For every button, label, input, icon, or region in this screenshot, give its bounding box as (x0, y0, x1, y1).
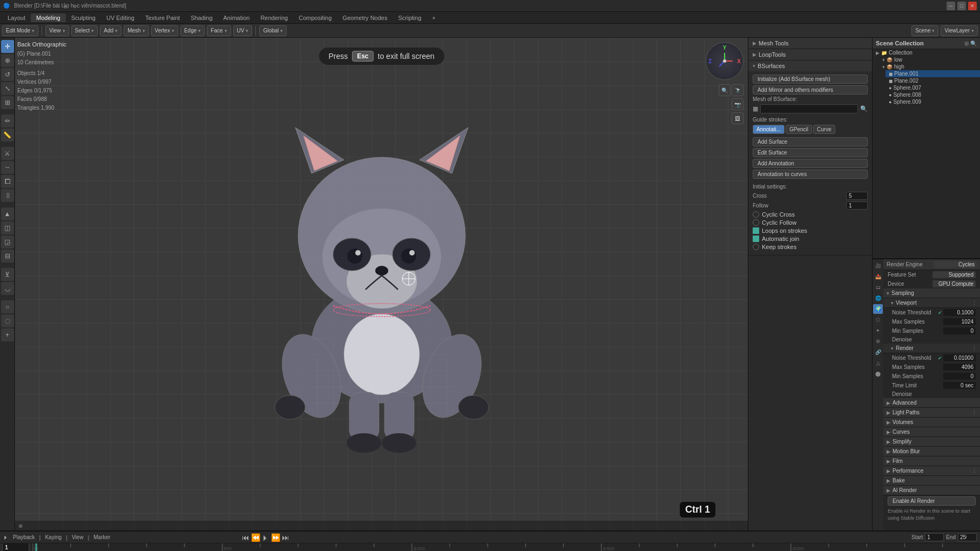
current-frame-input[interactable] (2, 543, 29, 551)
ai-render-header[interactable]: ▶ AI Render (883, 486, 980, 495)
prop-icon-particles[interactable]: ✦ (873, 326, 883, 335)
mesh-tools-header[interactable]: ▶ Mesh Tools (748, 38, 872, 49)
light-paths-header[interactable]: ▶ Light Paths ⋮ (883, 408, 980, 418)
tab-rendering[interactable]: Rendering (255, 14, 293, 22)
viewport-sampling-header[interactable]: ▾ Viewport ⋮ (883, 298, 980, 308)
init-btn[interactable]: Initialize (Add BSurface mesh) (753, 75, 868, 84)
outliner-scene-collection[interactable]: ▶ 📁 Collection (873, 49, 980, 56)
scale-tool[interactable]: ⤡ (1, 82, 14, 95)
tab-compositing[interactable]: Compositing (293, 14, 337, 22)
prop-icon-constraints[interactable]: 🔗 (873, 347, 883, 357)
keying-label[interactable]: Kaying (45, 534, 62, 540)
bridge-edge-loops[interactable]: ⊟ (1, 250, 14, 263)
tab-texture-paint[interactable]: Texture Paint (140, 14, 185, 22)
mesh-menu[interactable]: Mesh ▾ (124, 25, 148, 36)
edit-surface-btn[interactable]: Edit Surface (753, 148, 868, 157)
prop-icon-physics[interactable]: ⚙ (873, 337, 883, 346)
keep-strokes-checkbox[interactable] (753, 244, 759, 250)
tab-add[interactable]: + (427, 14, 441, 22)
tab-scripting[interactable]: Scripting (393, 14, 427, 22)
view-timeline-label[interactable]: View (72, 534, 84, 540)
prev-frame-btn[interactable]: ⏪ (251, 533, 260, 542)
maximize-button[interactable]: □ (957, 2, 966, 10)
view-menu[interactable]: View ▾ (45, 25, 69, 36)
loops-on-strokes-checkbox[interactable] (753, 227, 759, 234)
outliner-high[interactable]: ▾ 📦 high (879, 63, 980, 70)
advanced-header[interactable]: ▶ Advanced (883, 398, 980, 408)
randomize-tool[interactable]: ◌ (1, 314, 14, 327)
looptools-header[interactable]: ▶ LoopTools (748, 49, 872, 60)
outliner-search-btn[interactable]: 🔍 (970, 41, 977, 46)
prop-icon-material[interactable]: ⬤ (873, 369, 883, 379)
rotate-tool[interactable]: ↺ (1, 68, 14, 81)
prop-icon-data[interactable]: △ (873, 358, 883, 368)
extra-tools[interactable]: + (1, 328, 14, 341)
marker-label[interactable]: Marker (93, 534, 110, 540)
cursor-tool[interactable]: ✛ (1, 40, 14, 53)
tab-annotate[interactable]: Annotati... (753, 125, 785, 134)
face-menu[interactable]: Face ▾ (207, 25, 231, 36)
transform-tool[interactable]: ⊞ (1, 96, 14, 109)
viewport-area[interactable]: Back Orthographic (G) Plane.001 10 Centi… (15, 38, 748, 530)
rip-tool[interactable]: ⊻ (1, 268, 14, 281)
move-tool[interactable]: ⊕ (1, 54, 14, 67)
offset-edge-loop[interactable]: ⧛ (1, 189, 14, 202)
tab-shading[interactable]: Shading (185, 14, 218, 22)
cross-input[interactable] (846, 192, 868, 200)
knife-tool[interactable]: ⚔ (1, 147, 14, 160)
tab-gpencil[interactable]: GPencil (786, 125, 812, 134)
render-btn[interactable]: 🖼 (732, 112, 744, 124)
playback-label[interactable]: Playback (13, 534, 35, 540)
axis-gizmo[interactable]: X Y Z (706, 42, 744, 80)
skip-end-btn[interactable]: ⏭ (282, 533, 289, 542)
bsurfaces-header[interactable]: ▾ BSurfaces (748, 61, 872, 71)
outliner-filter-btn[interactable]: ⊞ (964, 41, 969, 46)
end-frame-input[interactable] (958, 533, 977, 541)
mesh-search-icon[interactable]: 🔍 (860, 105, 868, 112)
transform-space[interactable]: Global ▾ (259, 25, 287, 36)
start-frame-input[interactable] (925, 533, 944, 541)
tab-layout[interactable]: Layout (2, 14, 31, 22)
prop-icon-scene[interactable]: 🌐 (873, 293, 883, 303)
edge-menu[interactable]: Edge ▾ (180, 25, 205, 36)
outliner-sphere008[interactable]: ● Sphere.008 (886, 91, 980, 98)
timeline-canvas[interactable] (32, 543, 980, 551)
performance-header[interactable]: ▶ Performance ⋮ (883, 466, 980, 476)
cyclic-follow-checkbox[interactable] (753, 219, 759, 226)
next-frame-btn[interactable]: ⏩ (271, 533, 280, 542)
shear-tool[interactable]: ◡ (1, 282, 14, 295)
zoom-in-btn[interactable]: 🔍 (719, 84, 731, 96)
prop-icon-view-layer[interactable]: 🗂 (873, 283, 883, 292)
mode-selector[interactable]: Edit Mode ▾ (2, 25, 38, 36)
outliner-sphere007[interactable]: ● Sphere.007 (886, 84, 980, 91)
tab-modeling[interactable]: Modeling (31, 14, 66, 22)
sampling-header[interactable]: ▾ Sampling (883, 288, 980, 298)
select-menu[interactable]: Select ▾ (71, 25, 98, 36)
motion-blur-header[interactable]: ▶ Motion Blur (883, 447, 980, 456)
outliner-sphere009[interactable]: ● Sphere.009 (886, 98, 980, 105)
mirror-btn[interactable]: Add Mirror and others modifiers (753, 85, 868, 95)
add-annotation-btn[interactable]: Add Annotation (753, 159, 868, 168)
skip-start-btn[interactable]: ⏮ (242, 533, 249, 542)
extrude-tool[interactable]: ▲ (1, 207, 14, 220)
vertex-menu[interactable]: Vertex ▾ (151, 25, 178, 36)
tab-sculpting[interactable]: Sculpting (66, 14, 101, 22)
tab-geometry-nodes[interactable]: Geometry Nodes (337, 14, 393, 22)
outliner-plane001[interactable]: ◼ Plane.001 (886, 70, 980, 77)
loop-cut-tool[interactable]: ⧠ (1, 175, 14, 188)
play-btn[interactable]: ⏵ (262, 533, 269, 542)
annotate-tool[interactable]: ✏ (1, 115, 14, 127)
cyclic-cross-checkbox[interactable] (753, 211, 759, 218)
scene-selector[interactable]: Scene ▾ (911, 25, 938, 36)
bevel-tool[interactable]: ◲ (1, 236, 14, 248)
minimize-button[interactable]: ─ (947, 2, 955, 10)
measure-tool[interactable]: 📏 (1, 129, 14, 142)
bake-header[interactable]: ▶ Bake (883, 476, 980, 486)
uv-menu[interactable]: UV ▾ (233, 25, 253, 36)
tab-animation[interactable]: Animation (218, 14, 255, 22)
prop-icon-output[interactable]: 📤 (873, 272, 883, 281)
zoom-out-btn[interactable]: 🔭 (732, 84, 744, 96)
automatic-join-checkbox[interactable] (753, 236, 759, 242)
scrubber-bar[interactable] (0, 543, 980, 551)
simplify-header[interactable]: ▶ Simplify (883, 437, 980, 447)
